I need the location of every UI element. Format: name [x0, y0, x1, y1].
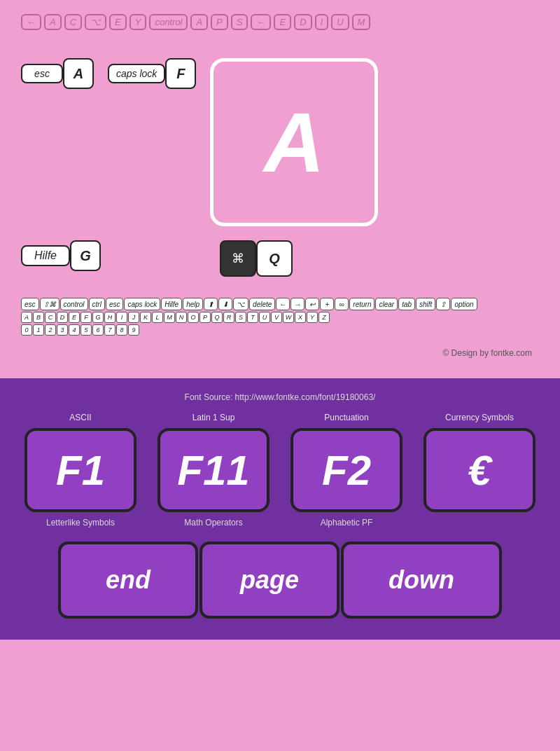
header-key-s: S — [231, 14, 248, 30]
letter-f-key: F — [165, 58, 196, 89]
header-key-a2: A — [190, 14, 208, 30]
glyph-esc2: esc — [106, 298, 124, 310]
unicode-block-ascii: ASCII F1 Letterlike Symbols — [24, 413, 136, 528]
glyph-down: ⬇ — [218, 298, 232, 310]
glyph-num-2: 2 — [45, 324, 56, 336]
glyph-tab: tab — [398, 298, 415, 310]
header-key-alt: ⌥ — [85, 14, 106, 30]
hilfe-key: Hilfe — [21, 245, 70, 266]
top-section: ← A C ⌥ E Y control A P S ← E D I U M es… — [0, 0, 560, 378]
letter-g-key: G — [70, 240, 101, 271]
glyph-alpha-v: V — [271, 312, 282, 323]
glyph-help: help — [183, 298, 203, 310]
glyph-alpha-e: E — [69, 312, 80, 323]
unicode-block-currency: Currency Symbols € — [424, 413, 536, 518]
glyph-alpha-t: T — [247, 312, 258, 323]
end-key: end — [58, 542, 198, 619]
glyph-alpha-p: P — [200, 312, 211, 323]
header-row: ← A C ⌥ E Y control A P S ← E D I U M — [21, 14, 539, 30]
glyph-alpha-w: W — [283, 312, 294, 323]
glyph-alpha-l: L — [152, 312, 163, 323]
block-label-currency: Currency Symbols — [445, 413, 514, 422]
glyph-capslock: caps lock — [124, 298, 160, 310]
down-key: down — [341, 542, 502, 619]
cmd-symbol-key: ⌘ — [220, 240, 256, 277]
unicode-key-f11: F11 — [158, 428, 270, 512]
glyph-num-4: 4 — [69, 324, 80, 336]
glyph-capsarrow: ⇪ — [436, 298, 450, 310]
header-arrow-1: ← — [21, 14, 41, 30]
glyph-control: control — [60, 298, 88, 310]
key-pair-esc-a: esc A — [21, 58, 94, 89]
glyph-num-5: 5 — [80, 324, 92, 336]
glyph-hilfe: Hilfe — [161, 298, 182, 310]
glyph-alt: ⌥ — [233, 298, 248, 310]
glyph-right: → — [290, 298, 304, 310]
unicode-key-f1: F1 — [24, 428, 136, 512]
block-sublabel-ascii: Letterlike Symbols — [46, 518, 115, 528]
letter-q-key: Q — [256, 240, 293, 277]
glyph-return-arrow: ↩ — [305, 298, 319, 310]
block-label-punct: Punctuation — [324, 413, 368, 422]
glyph-infinity: ∞ — [335, 298, 349, 310]
glyph-alpha-s: S — [235, 312, 246, 323]
glyph-shift-cmd: ⇧⌘ — [40, 298, 59, 310]
glyph-num-3: 3 — [57, 324, 68, 336]
glyph-shift: shift — [416, 298, 435, 310]
key-pair-cmd-q: ⌘ Q — [220, 240, 293, 277]
glyph-alpha-z: Z — [318, 312, 330, 323]
glyph-num-0: 0 — [21, 324, 32, 336]
glyph-alpha-h: H — [104, 312, 115, 323]
unicode-block-latin: Latin 1 Sup F11 Math Operators — [158, 413, 270, 528]
block-label-ascii: ASCII — [69, 413, 91, 422]
bottom-key-row: end page down — [14, 542, 546, 619]
glyph-alpha-j: J — [128, 312, 139, 323]
header-key-p: P — [211, 14, 228, 30]
header-key-control: control — [149, 14, 188, 30]
header-key-c: C — [64, 14, 82, 30]
block-label-latin: Latin 1 Sup — [192, 413, 235, 422]
glyph-alpha-b: B — [33, 312, 44, 323]
glyph-up: ⬆ — [204, 298, 218, 310]
header-key-m: M — [352, 14, 371, 30]
glyph-ctrl: ctrl — [89, 298, 105, 310]
unicode-block-punct: Punctuation F2 Alphabetic PF — [290, 413, 402, 528]
header-arrow-2: ← — [251, 14, 271, 30]
glyph-alpha-m: M — [164, 312, 175, 323]
caps-lock-key: caps lock — [108, 64, 165, 83]
header-key-a: A — [44, 14, 62, 30]
glyph-return: return — [349, 298, 374, 310]
glyph-num-9: 9 — [128, 324, 139, 336]
glyph-alpha-g: G — [92, 312, 104, 323]
header-key-y: Y — [130, 14, 147, 30]
esc-key: esc — [21, 64, 63, 83]
header-key-d: D — [294, 14, 312, 30]
glyph-esc: esc — [21, 298, 39, 310]
block-sublabel-punct: Alphabetic PF — [321, 518, 373, 528]
glyph-alpha-i: I — [116, 312, 127, 323]
glyph-alpha-k: K — [140, 312, 151, 323]
header-key-e: E — [109, 14, 127, 30]
unicode-key-euro: € — [424, 428, 536, 512]
glyphs-alpha-row: A B C D E F G H I J K L M N O P Q R S T … — [21, 312, 539, 323]
glyph-delete: delete — [249, 298, 275, 310]
glyph-num-8: 8 — [116, 324, 127, 336]
glyph-option: option — [451, 298, 477, 310]
glyph-alpha-c: C — [45, 312, 56, 323]
unicode-blocks-row: ASCII F1 Letterlike Symbols Latin 1 Sup … — [14, 413, 546, 528]
letter-a-key: A — [63, 58, 94, 89]
glyphs-section: esc ⇧⌘ control ctrl esc caps lock Hilfe … — [21, 291, 539, 343]
glyph-alpha-x: X — [295, 312, 306, 323]
glyph-alpha-r: R — [223, 312, 234, 323]
glyph-clear: clear — [375, 298, 398, 310]
glyph-num-7: 7 — [104, 324, 115, 336]
glyph-alpha-d: D — [57, 312, 68, 323]
glyph-plus: + — [320, 298, 334, 310]
page-key: page — [200, 542, 340, 619]
glyph-alpha-o: O — [188, 312, 199, 323]
key-pair-caps-f: caps lock F — [108, 58, 196, 89]
header-key-i: I — [315, 14, 329, 30]
glyphs-nums-row: 0 1 2 3 4 5 6 7 8 9 — [21, 324, 539, 336]
glyph-left: ← — [276, 298, 290, 310]
bottom-section: Font Source: http://www.fontke.com/font/… — [0, 378, 560, 640]
